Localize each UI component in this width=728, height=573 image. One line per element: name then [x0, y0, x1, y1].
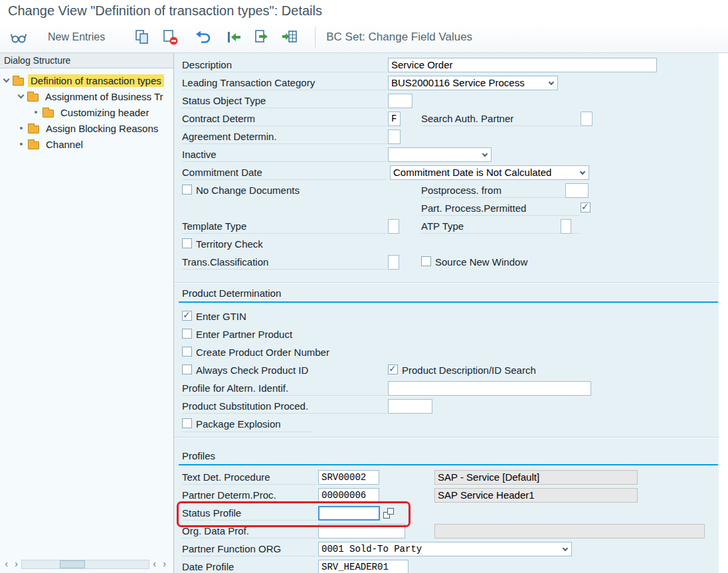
- product-description-id-search-checkbox[interactable]: [388, 365, 398, 374]
- scrollbar-thumb[interactable]: [60, 560, 85, 568]
- partner-determ-proc-description: SAP Service Header1: [434, 488, 638, 503]
- tree-item-channel[interactable]: Channel: [0, 136, 173, 152]
- chevron-down-icon: [482, 151, 488, 157]
- agreement-determin-label: Agreement Determin.: [182, 129, 387, 144]
- tree-item-assignment-of-business-transactions[interactable]: Assignment of Business Tr: [0, 88, 173, 104]
- tree-item-label[interactable]: Assign Blocking Reasons: [43, 122, 161, 135]
- tree-item-definition-of-transaction-types[interactable]: Definition of transaction types: [0, 72, 173, 88]
- inactive-select[interactable]: [388, 147, 492, 162]
- tree-item-label[interactable]: Assignment of Business Tr: [43, 90, 166, 103]
- leading-transaction-category-select[interactable]: BUS2000116 Service Process: [388, 76, 558, 90]
- chevron-down-icon[interactable]: [3, 76, 10, 83]
- product-substitution-proced-label: Product Substitution Proced.: [182, 399, 387, 414]
- delete-row-button[interactable]: [159, 27, 181, 48]
- dialog-structure-panel: Dialog Structure Definition of transacti…: [0, 53, 174, 573]
- tree-item-label[interactable]: Channel: [43, 138, 86, 151]
- next-entry-button[interactable]: [251, 27, 272, 48]
- profile-altern-identif-input[interactable]: [388, 381, 591, 396]
- display-change-button[interactable]: [8, 27, 29, 48]
- chevron-down-icon: [549, 80, 554, 85]
- bc-set-label: BC Set: Change Field Values: [326, 31, 472, 44]
- status-profile-label: Status Profile: [182, 506, 317, 521]
- part-process-permitted-checkbox[interactable]: [581, 203, 591, 212]
- postprocess-from-label: Postprocess. from: [421, 183, 579, 198]
- folder-icon: [28, 141, 39, 149]
- product-description-id-search-label: Product Description/ID Search: [402, 363, 575, 378]
- date-profile-input[interactable]: SRV_HEADER01: [318, 560, 409, 573]
- atp-type-label: ATP Type: [421, 219, 579, 234]
- multiple-selection-icon[interactable]: [383, 508, 394, 519]
- create-product-order-number-checkbox[interactable]: [182, 347, 192, 357]
- commitment-date-select[interactable]: Commitment Date is Not Calculated: [390, 165, 589, 180]
- scrollbar-track[interactable]: [21, 560, 149, 569]
- window-title-bar: Change View "Definition of transaction t…: [0, 0, 728, 22]
- import-entries-button[interactable]: [279, 27, 300, 48]
- enter-partner-product-label: Enter Partner Product: [196, 327, 369, 342]
- folder-icon: [13, 78, 24, 86]
- contract-determ-input[interactable]: F: [388, 112, 401, 126]
- description-input[interactable]: Service Order: [388, 58, 657, 72]
- always-check-product-id-checkbox[interactable]: [182, 365, 192, 374]
- scroll-right-icon[interactable]: ›: [11, 558, 21, 570]
- partner-determ-proc-label: Partner Determ.Proc.: [182, 488, 317, 503]
- text-det-procedure-input[interactable]: SRV00002: [318, 470, 379, 485]
- tree-item-assign-blocking-reasons[interactable]: Assign Blocking Reasons: [0, 120, 173, 136]
- scroll-left-icon[interactable]: ‹: [149, 558, 159, 570]
- chevron-down-icon[interactable]: [18, 92, 25, 99]
- enter-gtin-label: Enter GTIN: [196, 309, 369, 324]
- section-underline: [179, 301, 718, 303]
- product-substitution-proced-input[interactable]: [388, 399, 432, 414]
- inactive-label: Inactive: [182, 147, 387, 162]
- scroll-right-icon[interactable]: ›: [159, 558, 169, 570]
- always-check-product-id-label: Always Check Product ID: [196, 363, 369, 378]
- date-profile-label: Date Profile: [182, 560, 317, 573]
- commitment-date-value: Commitment Date is Not Calculated: [393, 167, 551, 178]
- partner-function-org-select[interactable]: 0001 Sold-To Party: [318, 542, 572, 556]
- commitment-date-label: Commitment Date: [182, 165, 387, 180]
- no-change-documents-label: No Change Documents: [196, 183, 342, 198]
- tree-horizontal-scrollbar[interactable]: ‹ › ‹ ›: [1, 558, 169, 571]
- status-object-type-input[interactable]: [388, 94, 412, 108]
- copy-button[interactable]: [132, 27, 153, 48]
- tree-item-label[interactable]: Customizing header: [58, 106, 151, 119]
- leaf-bullet-icon: [35, 111, 37, 114]
- source-new-window-checkbox[interactable]: [421, 256, 431, 266]
- partner-determ-proc-input[interactable]: 00000006: [318, 488, 379, 503]
- trans-classification-label: Trans.Classification: [182, 255, 387, 270]
- section-underline: [179, 464, 718, 465]
- territory-check-checkbox[interactable]: [182, 238, 192, 248]
- leading-transaction-category-label: Leading Transaction Category: [182, 76, 387, 90]
- tree-item-label[interactable]: Definition of transaction types: [28, 74, 164, 87]
- tree-item-customizing-header[interactable]: Customizing header: [0, 104, 173, 120]
- atp-type-input[interactable]: [561, 219, 571, 234]
- package-explosion-checkbox[interactable]: [182, 418, 192, 428]
- back-button[interactable]: [223, 27, 244, 48]
- search-auth-partner-input[interactable]: [581, 112, 592, 126]
- org-data-prof-input[interactable]: [318, 524, 405, 538]
- enter-gtin-checkbox[interactable]: [182, 311, 192, 321]
- no-change-documents-checkbox[interactable]: [182, 185, 192, 195]
- status-profile-input[interactable]: [318, 506, 380, 521]
- dialog-structure-tree: Definition of transaction types Assignme…: [0, 68, 173, 152]
- postprocess-from-input[interactable]: [565, 183, 589, 198]
- scroll-left-icon[interactable]: ‹: [1, 558, 11, 570]
- trans-classification-input[interactable]: [388, 255, 399, 270]
- toolbar-separator: [315, 27, 316, 47]
- text-det-procedure-label: Text Det. Procedure: [182, 470, 317, 485]
- leaf-bullet-icon: [20, 143, 23, 145]
- undo-button[interactable]: [193, 27, 214, 48]
- folder-icon: [28, 125, 39, 133]
- create-product-order-number-label: Create Product Order Number: [196, 345, 369, 360]
- template-type-input[interactable]: [388, 219, 399, 234]
- agreement-determin-input[interactable]: [388, 129, 401, 144]
- page-title: Change View "Definition of transaction t…: [8, 3, 322, 19]
- folder-icon: [43, 110, 54, 118]
- profile-altern-identif-label: Profile for Altern. Identif.: [182, 381, 387, 396]
- leaf-bullet-icon: [20, 127, 23, 129]
- territory-check-label: Territory Check: [196, 237, 342, 252]
- new-entries-button[interactable]: New Entries: [48, 31, 105, 43]
- enter-partner-product-checkbox[interactable]: [182, 329, 192, 339]
- section-divider: [174, 437, 719, 438]
- delete-row-icon: [161, 29, 179, 46]
- import-entries-icon: [281, 29, 298, 46]
